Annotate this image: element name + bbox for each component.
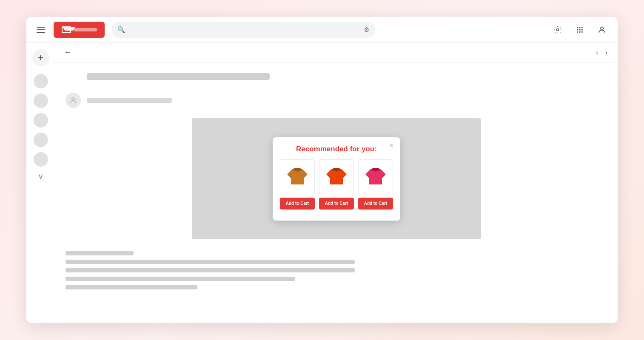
main-content: + ∨ ← ‹ › (26, 42, 618, 323)
recommendation-popup: × Recommended for you: (273, 137, 400, 221)
text-line-2 (66, 260, 355, 264)
profile-button[interactable] (595, 23, 609, 37)
product-item-1: Add to Cart (280, 159, 315, 210)
product-item-2: Add to Cart (319, 159, 354, 210)
svg-point-11 (72, 98, 74, 100)
sidebar-item-2[interactable] (34, 94, 48, 108)
product-image-2 (319, 159, 354, 194)
search-icon: 🔍 (117, 26, 125, 34)
content-header: ← ‹ › (55, 42, 618, 63)
products-list: Add to Cart (279, 159, 393, 210)
svg-rect-9 (581, 31, 583, 32)
text-line-1 (66, 251, 134, 255)
compose-button[interactable]: + (32, 49, 49, 66)
content-area: ← ‹ › (55, 42, 618, 323)
search-input[interactable] (130, 24, 359, 36)
logo-text (74, 28, 97, 31)
sidebar-item-1[interactable] (34, 74, 48, 88)
browser-window: 🔍 ⚙ (26, 17, 618, 323)
sidebar: + ∨ (26, 42, 55, 323)
content-body: × Recommended for you: (55, 63, 618, 323)
email-image-area: × Recommended for you: (192, 118, 481, 239)
top-bar: 🔍 ⚙ (26, 17, 618, 42)
svg-rect-8 (579, 31, 581, 32)
popup-title: Recommended for you: (279, 145, 393, 153)
svg-rect-1 (577, 27, 578, 28)
product-item-3: Add to Cart (358, 159, 393, 210)
svg-rect-7 (577, 31, 578, 32)
svg-rect-4 (577, 29, 578, 30)
email-subject-placeholder (87, 73, 270, 80)
sender-avatar (66, 93, 81, 108)
text-line-5 (66, 285, 197, 289)
svg-point-10 (601, 27, 604, 30)
sidebar-more-button[interactable]: ∨ (38, 172, 43, 181)
text-line-3 (66, 268, 355, 272)
prev-arrow[interactable]: ‹ (594, 47, 600, 58)
navigation-arrows: ‹ › (594, 47, 609, 58)
svg-point-0 (557, 28, 559, 31)
text-line-4 (66, 277, 295, 281)
next-arrow[interactable]: › (604, 47, 609, 58)
svg-rect-6 (581, 29, 583, 30)
product-image-1 (280, 159, 315, 194)
svg-rect-3 (581, 27, 583, 28)
popup-close-button[interactable]: × (388, 142, 395, 149)
add-to-cart-button-2[interactable]: Add to Cart (319, 198, 354, 210)
logo (54, 22, 105, 38)
hamburger-button[interactable] (35, 25, 47, 34)
settings-button[interactable] (550, 23, 565, 37)
mail-icon (62, 26, 71, 33)
top-bar-right (550, 23, 609, 37)
svg-rect-5 (579, 29, 581, 30)
filter-icon[interactable]: ⚙ (364, 26, 369, 34)
sidebar-item-4[interactable] (34, 133, 48, 147)
sidebar-item-5[interactable] (34, 152, 48, 167)
search-bar: 🔍 ⚙ (111, 22, 375, 38)
product-image-3 (358, 159, 393, 194)
sender-row (66, 93, 607, 108)
back-button[interactable]: ← (64, 48, 71, 57)
svg-rect-2 (579, 27, 581, 28)
email-body-text (66, 251, 607, 289)
sender-info-placeholder (87, 98, 172, 103)
add-to-cart-button-1[interactable]: Add to Cart (280, 198, 315, 210)
apps-button[interactable] (573, 23, 587, 37)
sidebar-item-3[interactable] (34, 113, 48, 128)
add-to-cart-button-3[interactable]: Add to Cart (358, 198, 393, 210)
